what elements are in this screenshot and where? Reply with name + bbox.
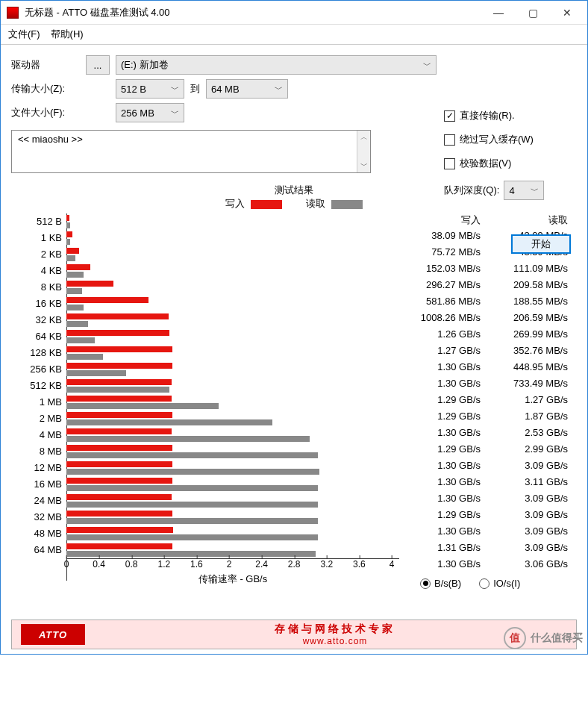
- chart-ylabel: 4 MB: [14, 427, 62, 443]
- transfer-size-from-select[interactable]: 512 B ﹀: [116, 79, 184, 99]
- xtick: 2.4: [255, 559, 268, 569]
- read-value: 3.09 GB/s: [490, 542, 577, 553]
- verify-option[interactable]: 校验数据(V): [444, 157, 571, 170]
- write-value: 152.03 MB/s: [402, 263, 490, 274]
- chart-ylabel: 128 KB: [14, 345, 62, 361]
- bypass-cache-option[interactable]: 绕过写入缓存(W): [444, 133, 571, 146]
- description-textbox[interactable]: << miaoshu >> ︿ ﹀: [11, 130, 371, 173]
- chart-ylabel: 4 KB: [14, 263, 62, 279]
- read-bar: [66, 239, 70, 245]
- start-button[interactable]: 开始: [511, 234, 571, 254]
- chevron-down-icon: ﹀: [171, 107, 179, 119]
- write-bar: [66, 527, 173, 533]
- queue-depth-select[interactable]: 4 ﹀: [504, 181, 544, 200]
- values-row: 1.30 GB/s3.09 GB/s: [402, 457, 577, 473]
- chart-ylabel: 512 B: [14, 213, 62, 230]
- read-bar: [66, 502, 318, 508]
- write-bar: [66, 313, 169, 319]
- title-bar: 无标题 - ATTO 磁盘基准测试 4.00 — ▢ ✕: [1, 1, 587, 25]
- values-row: 1.29 GB/s1.27 GB/s: [402, 391, 577, 408]
- write-bar: [66, 363, 172, 369]
- chart-row: 512 B: [66, 213, 399, 230]
- write-value: 1.30 GB/s: [402, 525, 490, 537]
- read-value: 733.49 MB/s: [490, 378, 577, 389]
- write-bar: [66, 231, 72, 237]
- read-bar: [66, 419, 272, 425]
- read-value: 206.59 MB/s: [490, 312, 577, 323]
- xaxis-label: 传输速率 - GB/s: [66, 572, 399, 586]
- legend-read-swatch: [331, 200, 363, 209]
- read-value: 2.99 GB/s: [490, 443, 577, 455]
- read-bar: [66, 403, 219, 409]
- write-bar: [66, 461, 172, 467]
- read-bar: [66, 288, 82, 294]
- unit-ios-radio[interactable]: IO/s(I): [479, 578, 520, 589]
- xtick: 0.4: [93, 559, 105, 569]
- read-bar: [66, 370, 126, 376]
- values-row: 1.30 GB/s2.53 GB/s: [402, 424, 577, 440]
- write-value: 1.30 GB/s: [402, 378, 490, 389]
- transfer-size-to-select[interactable]: 64 MB ﹀: [206, 79, 288, 99]
- chart-ylabel: 48 MB: [14, 525, 62, 542]
- browse-button[interactable]: ...: [86, 55, 110, 75]
- read-value: 3.09 GB/s: [490, 525, 577, 537]
- app-icon: [7, 7, 19, 19]
- read-value: 1.87 GB/s: [490, 411, 577, 422]
- chevron-down-icon: ﹀: [360, 160, 368, 171]
- xtick: 0.8: [125, 559, 138, 569]
- write-value: 1.30 GB/s: [402, 558, 490, 569]
- close-button[interactable]: ✕: [550, 1, 584, 24]
- chart-ylabel: 1 MB: [14, 394, 62, 411]
- file-size-select[interactable]: 256 MB ﹀: [116, 103, 184, 122]
- chart-row: 256 KB: [66, 361, 399, 378]
- values-row: 581.86 MB/s188.55 MB/s: [402, 293, 577, 309]
- chart-ylabel: 32 MB: [14, 509, 62, 525]
- write-bar: [66, 494, 172, 500]
- maximize-button[interactable]: ▢: [516, 1, 550, 24]
- xtick: 3.6: [353, 559, 366, 569]
- chart-ylabel: 2 KB: [14, 246, 62, 263]
- read-value: 3.09 GB/s: [490, 493, 577, 504]
- write-header: 写入: [402, 213, 490, 227]
- read-value: 3.06 GB/s: [490, 558, 577, 569]
- write-value: 1.31 GB/s: [402, 542, 490, 553]
- write-bar: [66, 346, 172, 352]
- start-label: 开始: [531, 237, 551, 251]
- watermark-text: 什么值得买: [531, 631, 583, 645]
- read-bar: [66, 436, 310, 442]
- atto-logo: ATTO: [21, 624, 85, 645]
- menu-help[interactable]: 帮助(H): [51, 28, 84, 41]
- drive-select[interactable]: (E:) 新加卷 ﹀: [116, 55, 437, 75]
- write-value: 1.29 GB/s: [402, 443, 490, 455]
- footer-banner: ATTO 存储与网络技术专家 www.atto.com: [11, 620, 577, 649]
- unit-bs-radio[interactable]: B/s(B): [420, 578, 461, 589]
- write-bar: [66, 445, 172, 451]
- read-value: 448.95 MB/s: [490, 361, 577, 372]
- read-bar: [66, 452, 318, 458]
- values-row: 1.27 GB/s352.76 MB/s: [402, 342, 577, 358]
- xtick: 0: [64, 559, 69, 569]
- xtick: 1.6: [190, 559, 203, 569]
- write-bar: [66, 215, 69, 221]
- drive-value: (E:) 新加卷: [121, 58, 169, 72]
- write-value: 1.26 GB/s: [402, 328, 490, 340]
- write-value: 1.30 GB/s: [402, 460, 490, 471]
- write-bar: [66, 281, 113, 287]
- write-bar: [66, 428, 172, 434]
- read-value: 352.76 MB/s: [490, 345, 577, 356]
- values-row: 1.29 GB/s1.87 GB/s: [402, 408, 577, 424]
- minimize-button[interactable]: —: [481, 1, 516, 24]
- menu-file[interactable]: 文件(F): [8, 28, 40, 41]
- read-bar: [66, 255, 75, 261]
- drive-label: 驱动器: [11, 58, 86, 72]
- direct-transfer-option[interactable]: ✓ 直接传输(R).: [444, 109, 571, 122]
- chart-row: 1 MB: [66, 394, 399, 411]
- values-row: 1.29 GB/s2.99 GB/s: [402, 440, 577, 457]
- write-value: 581.86 MB/s: [402, 296, 490, 307]
- menu-bar: 文件(F) 帮助(H): [1, 25, 587, 44]
- legend-write-swatch: [251, 200, 282, 209]
- chart-row: 24 MB: [66, 493, 399, 509]
- write-value: 1.29 GB/s: [402, 394, 490, 405]
- scrollbar[interactable]: ︿ ﹀: [357, 131, 370, 172]
- chart-ylabel: 16 MB: [14, 476, 62, 493]
